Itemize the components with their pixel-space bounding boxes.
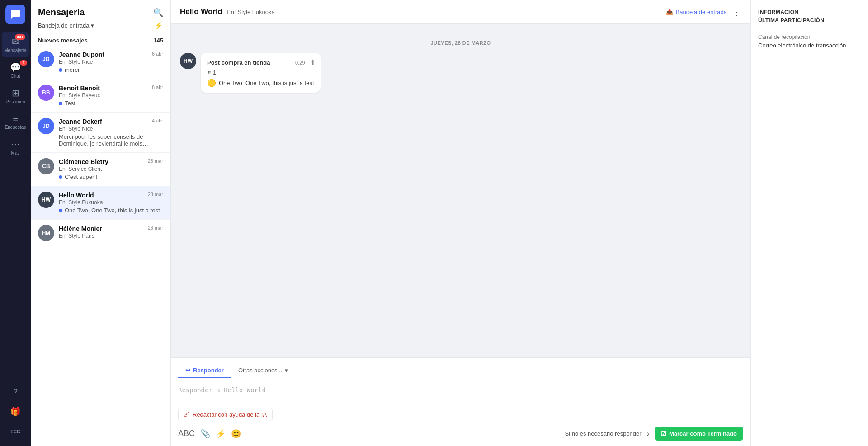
conversation-item-helene-monier[interactable]: HM Hélène Monier 26 mar En: Style Paris	[31, 220, 170, 247]
sidebar-item-resumen[interactable]: ⊞ Resumen	[0, 83, 31, 109]
contact-name: Benoit Benoit	[59, 85, 100, 92]
inbox-label: Bandeja de entrada	[676, 9, 727, 15]
chat-title-section: Hello World En: Style Fukuoka	[180, 7, 275, 16]
ai-draft-button[interactable]: 🖊 Redactar con ayuda de la IA	[178, 408, 273, 421]
conversation-body: Jeanne Dupont 6 abr En: Style Nice merci	[59, 51, 163, 73]
conversation-source: En: Style Nice	[59, 59, 163, 65]
reply-input[interactable]	[178, 383, 743, 406]
conversation-body: Clémence Bletry 28 mar En: Service Clien…	[59, 158, 163, 180]
conversation-item-clemence-bletry[interactable]: CB Clémence Bletry 28 mar En: Service Cl…	[31, 153, 170, 186]
bubble-header: Post compra en tienda 0:29 ℹ	[207, 58, 314, 67]
toolbar-right: Si no es necesario responder › ☑ Marcar …	[565, 427, 743, 441]
unread-dot	[59, 102, 62, 105]
conversation-preview: Test	[59, 100, 163, 107]
gift-button[interactable]: 🎁	[6, 403, 24, 421]
tab-reply-label: Responder	[193, 367, 224, 374]
contact-name: Jeanne Dekerf	[59, 118, 102, 125]
resumen-label: Resumen	[6, 99, 25, 104]
conversation-source: En: Service Client	[59, 166, 163, 172]
emoji-icon[interactable]: 😊	[231, 429, 241, 439]
sidebar-item-encuestas[interactable]: ≡ Encuestas	[0, 109, 31, 134]
ai-btn-label: Redactar con ayuda de la IA	[193, 411, 267, 418]
encuestas-label: Encuestas	[5, 125, 26, 130]
conversation-body: Hello World 28 mar En: Style Fukuoka One…	[59, 192, 163, 214]
format-text-icon[interactable]: ABC	[178, 429, 195, 439]
conversation-body: Jeanne Dekerf 4 abr En: Style Nice Merci…	[59, 118, 163, 147]
mark-done-button[interactable]: ☑ Marcar como Terminado	[655, 427, 743, 441]
conversation-item-jeanne-dupont[interactable]: JD Jeanne Dupont 6 abr En: Style Nice me…	[31, 46, 170, 79]
tab-other-actions[interactable]: Otras acciones... ▾	[231, 363, 296, 378]
canal-value: Correo electrónico de transacción	[758, 42, 861, 49]
info-title-line1: INFORMACIÓN	[758, 9, 861, 15]
sidebar-item-mensajeria[interactable]: 99+ ✉ Mensajería	[2, 32, 29, 57]
app-logo[interactable]	[5, 5, 25, 24]
ecg-button[interactable]: ECG	[6, 423, 24, 441]
section-header: Nuevos mensajes 145	[31, 33, 170, 46]
conversation-date: 4 abr	[152, 118, 163, 123]
ai-icon: 🖊	[184, 411, 190, 418]
more-options-button[interactable]: ⋮	[732, 6, 741, 17]
inbox-filter-label: Bandeja de entrada	[38, 22, 89, 29]
stack-count: 1	[213, 70, 216, 76]
section-title: Nuevos mensajes	[38, 37, 88, 44]
inbox-icon: 📥	[666, 9, 673, 15]
conversation-header: Hélène Monier 26 mar	[59, 225, 163, 232]
avatar: JD	[38, 118, 54, 134]
quick-reply-icon[interactable]: ⚡	[216, 429, 226, 439]
stack-icon: ≋	[207, 70, 212, 76]
conversation-source: En: Style Fukuoka	[59, 199, 163, 206]
conversation-header: Hello World 28 mar	[59, 192, 163, 199]
inbox-button[interactable]: 📥 Bandeja de entrada	[666, 9, 727, 15]
chat-badge: 1	[20, 60, 27, 66]
inbox-filter[interactable]: Bandeja de entrada ▾	[38, 22, 94, 29]
avatar: CB	[38, 158, 54, 174]
conversation-item-jeanne-dekerf[interactable]: JD Jeanne Dekerf 4 abr En: Style Nice Me…	[31, 113, 170, 153]
sidebar-item-mas[interactable]: ⋯ Más	[0, 134, 31, 160]
nav-bottom-actions: ? 🎁 ECG	[6, 383, 24, 446]
conversation-source: En: Style Paris	[59, 233, 163, 239]
mensajeria-badge: 99+	[15, 34, 25, 40]
conversation-header: Clémence Bletry 28 mar	[59, 158, 163, 165]
unread-dot	[59, 175, 62, 179]
reply-arrow-icon: ↩	[185, 367, 190, 374]
conversation-date: 8 abr	[152, 85, 163, 90]
unread-dot	[59, 209, 62, 212]
attach-icon[interactable]: 📎	[200, 429, 210, 439]
conversation-item-hello-world[interactable]: HW Hello World 28 mar En: Style Fukuoka …	[31, 186, 170, 220]
avatar: JD	[38, 51, 54, 67]
message-row: HW Post compra en tienda 0:29 ℹ ≋ 1 🟡 On…	[180, 53, 741, 93]
chat-contact-name: Hello World	[180, 7, 222, 16]
conversation-source: En: Style Bayeux	[59, 92, 163, 99]
checkmark-icon: ☑	[661, 430, 666, 437]
chat-label: Chat	[10, 74, 20, 79]
contact-name: Jeanne Dupont	[59, 51, 104, 58]
tab-reply[interactable]: ↩ Responder	[178, 363, 231, 378]
message-text: One Two, One Two, this is just a test	[219, 80, 314, 86]
conversation-body: Hélène Monier 26 mar En: Style Paris	[59, 225, 163, 239]
mas-icon: ⋯	[11, 139, 20, 150]
conversation-header: Jeanne Dupont 6 abr	[59, 51, 163, 58]
conversation-item-benoit-benoit[interactable]: BB Benoit Benoit 8 abr En: Style Bayeux …	[31, 79, 170, 113]
info-panel: INFORMACIÓN ÚLTIMA PARTICIPACIÓN Canal d…	[750, 0, 868, 446]
resumen-icon: ⊞	[12, 88, 19, 99]
no-reply-label: Si no es necesario responder	[565, 430, 642, 437]
contact-name: Clémence Bletry	[59, 158, 108, 165]
stack-indicator: ≋ 1	[207, 70, 314, 76]
mensajeria-label: Mensajería	[4, 48, 26, 53]
sidebar-item-chat[interactable]: 1 💬 Chat	[0, 57, 31, 83]
contact-name: Hello World	[59, 192, 94, 199]
search-button[interactable]: 🔍	[153, 8, 163, 18]
unread-dot	[59, 68, 62, 72]
chevron-right-icon: ›	[647, 430, 649, 438]
filter-icon[interactable]: ⚡	[154, 21, 163, 30]
contact-name: Hélène Monier	[59, 225, 102, 232]
canal-label: Canal de recopilación	[758, 34, 861, 40]
conversation-date: 28 mar	[148, 158, 163, 164]
conversation-preview: One Two, One Two, this is just a test	[59, 207, 163, 214]
conversation-source: En: Style Nice	[59, 126, 163, 132]
message-bubble: Post compra en tienda 0:29 ℹ ≋ 1 🟡 One T…	[201, 53, 321, 93]
conversation-preview: C'est super !	[59, 174, 163, 180]
help-button[interactable]: ?	[6, 383, 24, 401]
left-navigation: 99+ ✉ Mensajería 1 💬 Chat ⊞ Resumen ≡ En…	[0, 0, 31, 446]
info-icon[interactable]: ℹ	[311, 58, 314, 67]
